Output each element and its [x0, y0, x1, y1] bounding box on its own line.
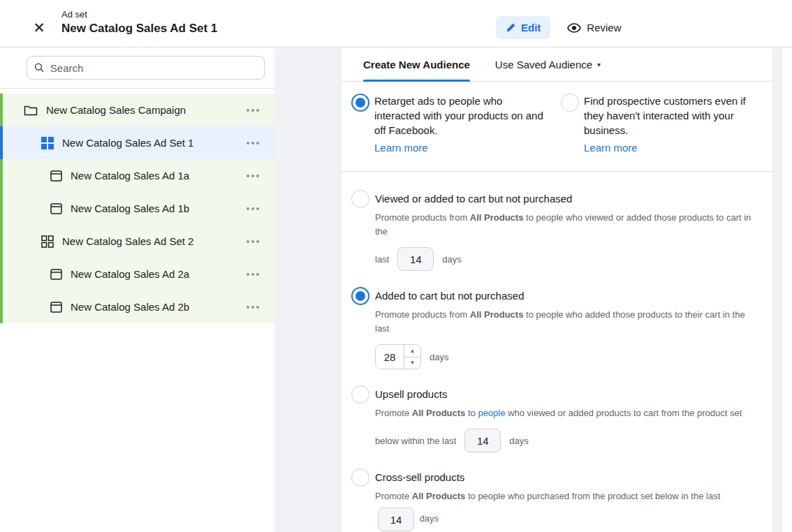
search-icon — [34, 62, 45, 73]
more-options-icon[interactable] — [247, 240, 259, 243]
radio-upsell[interactable] — [351, 385, 369, 404]
ad-frame-icon — [50, 170, 62, 182]
campaign-tree-sidebar: New Catalog Sales Campaign New Catalog S… — [0, 48, 275, 532]
campaign-tree: New Catalog Sales Campaign New Catalog S… — [0, 94, 274, 323]
option-label: Added to cart but not purchased — [375, 290, 758, 302]
tree-row-ad-1a[interactable]: New Catalog Sales Ad 1a — [0, 159, 274, 192]
tree-row-label: New Catalog Sales Ad 2a — [71, 268, 189, 280]
radio-viewed-added[interactable] — [351, 190, 369, 208]
option-added-to-cart[interactable]: Added to cart but not purchased Promote … — [351, 287, 772, 369]
people-link[interactable]: people — [478, 408, 505, 418]
days-suffix: days — [509, 436, 528, 446]
more-options-icon[interactable] — [247, 306, 259, 309]
days-row: ▲ ▼ days — [375, 344, 758, 369]
more-options-icon[interactable] — [247, 207, 259, 210]
strategy-retarget-text: Retarget ads to people who interacted wi… — [374, 94, 548, 138]
option-description: Promote All Products to people who viewe… — [375, 406, 758, 420]
tree-row-ad-1b[interactable]: New Catalog Sales Ad 1b — [0, 192, 274, 225]
retargeting-options-list: Viewed or added to cart but not purchase… — [342, 172, 772, 532]
learn-more-link[interactable]: Learn more — [374, 142, 428, 154]
strategy-retarget-option[interactable]: Retarget ads to people who interacted wi… — [351, 94, 561, 154]
scrollbar[interactable] — [772, 48, 782, 532]
radio-prospecting[interactable] — [561, 94, 579, 112]
folder-icon — [24, 105, 38, 116]
search-box[interactable] — [27, 56, 265, 80]
ad-frame-icon — [50, 203, 62, 214]
adset-grid-icon — [41, 137, 54, 149]
days-stepper[interactable]: ▲ ▼ — [375, 344, 421, 369]
stepper-up-icon[interactable]: ▲ — [404, 345, 420, 357]
strategy-prospecting-option[interactable]: Find prospective customers even if they … — [561, 94, 784, 154]
chevron-down-icon: ▾ — [597, 61, 601, 68]
tree-row-label: New Catalog Sales Campaign — [46, 104, 186, 116]
search-input[interactable] — [50, 62, 257, 74]
days-input[interactable] — [378, 508, 414, 531]
panel-gutter — [276, 48, 342, 532]
option-label: Upsell products — [375, 388, 758, 400]
audience-tabs: Create New Audience Use Saved Audience ▾ — [342, 48, 772, 82]
close-icon[interactable]: ✕ — [29, 18, 49, 38]
stepper-arrows: ▲ ▼ — [404, 345, 420, 369]
strategy-prospecting-text: Find prospective customers even if they … — [584, 94, 757, 138]
edit-button[interactable]: Edit — [496, 16, 550, 39]
header-actions: Edit Review — [496, 16, 622, 39]
days-suffix: days — [442, 254, 461, 265]
header: ✕ Ad set New Catalog Sales Ad Set 1 Edit… — [0, 0, 792, 47]
option-description: Promote products from All Products to pe… — [375, 211, 758, 239]
tree-row-campaign[interactable]: New Catalog Sales Campaign — [0, 94, 274, 126]
eye-icon — [567, 23, 581, 33]
days-prefix: below within the last — [375, 436, 456, 446]
days-input[interactable] — [397, 247, 434, 271]
tab-use-saved-audience[interactable]: Use Saved Audience ▾ — [495, 48, 601, 81]
option-label: Viewed or added to cart but not purchase… — [375, 193, 758, 205]
option-cross-sell[interactable]: Cross-sell products Promote All Products… — [351, 468, 772, 532]
option-upsell[interactable]: Upsell products Promote All Products to … — [351, 385, 772, 452]
days-input[interactable] — [464, 429, 501, 452]
review-button-label: Review — [587, 22, 621, 34]
tree-row-label: New Catalog Sales Ad Set 2 — [62, 235, 193, 247]
edit-button-label: Edit — [521, 22, 541, 34]
title-block: Ad set New Catalog Sales Ad Set 1 — [61, 9, 217, 36]
days-suffix: days — [420, 513, 439, 524]
tree-row-ad-2a[interactable]: New Catalog Sales Ad 2a — [0, 258, 274, 290]
option-viewed-added-to-cart[interactable]: Viewed or added to cart but not purchase… — [351, 190, 772, 271]
tree-row-adset-1[interactable]: New Catalog Sales Ad Set 1 — [0, 126, 274, 159]
more-options-icon[interactable] — [247, 109, 259, 112]
tab-label: Create New Audience — [363, 59, 470, 71]
option-description: Promote products from All Products to pe… — [375, 308, 758, 336]
days-row: below within the last days — [375, 429, 758, 452]
sidebar-divider — [0, 88, 274, 89]
more-options-icon[interactable] — [247, 273, 259, 276]
days-input[interactable] — [376, 345, 404, 369]
radio-cross-sell[interactable] — [351, 468, 369, 487]
option-description: Promote All Products to people who purch… — [375, 489, 758, 532]
tree-row-label: New Catalog Sales Ad 2b — [71, 301, 189, 313]
stepper-down-icon[interactable]: ▼ — [404, 357, 420, 369]
audience-strategy-section: Retarget ads to people who interacted wi… — [342, 82, 772, 171]
days-prefix: last — [375, 254, 389, 265]
radio-added-to-cart[interactable] — [351, 287, 369, 305]
radio-retarget[interactable] — [351, 94, 369, 112]
tree-row-ad-2b[interactable]: New Catalog Sales Ad 2b — [0, 290, 274, 323]
page-title: New Catalog Sales Ad Set 1 — [61, 22, 217, 36]
days-suffix: days — [430, 352, 448, 362]
review-button[interactable]: Review — [567, 22, 621, 34]
audience-panel: Create New Audience Use Saved Audience ▾… — [342, 48, 772, 532]
tree-row-label: New Catalog Sales Ad 1b — [71, 202, 189, 214]
ad-frame-icon — [50, 302, 62, 313]
tree-row-label: New Catalog Sales Ad Set 1 — [62, 137, 193, 149]
pencil-icon — [506, 22, 516, 33]
tab-label: Use Saved Audience — [495, 59, 592, 71]
tree-row-adset-2[interactable]: New Catalog Sales Ad Set 2 — [0, 225, 274, 258]
ad-frame-icon — [50, 269, 62, 280]
days-row: last days — [375, 247, 758, 271]
learn-more-link[interactable]: Learn more — [584, 142, 638, 154]
more-options-icon[interactable] — [247, 142, 259, 145]
option-label: Cross-sell products — [375, 471, 758, 483]
more-options-icon[interactable] — [247, 175, 259, 177]
entity-type-label: Ad set — [61, 9, 217, 20]
adset-grid-outline-icon — [41, 235, 54, 248]
tree-row-label: New Catalog Sales Ad 1a — [71, 170, 189, 182]
tab-create-new-audience[interactable]: Create New Audience — [363, 48, 470, 81]
